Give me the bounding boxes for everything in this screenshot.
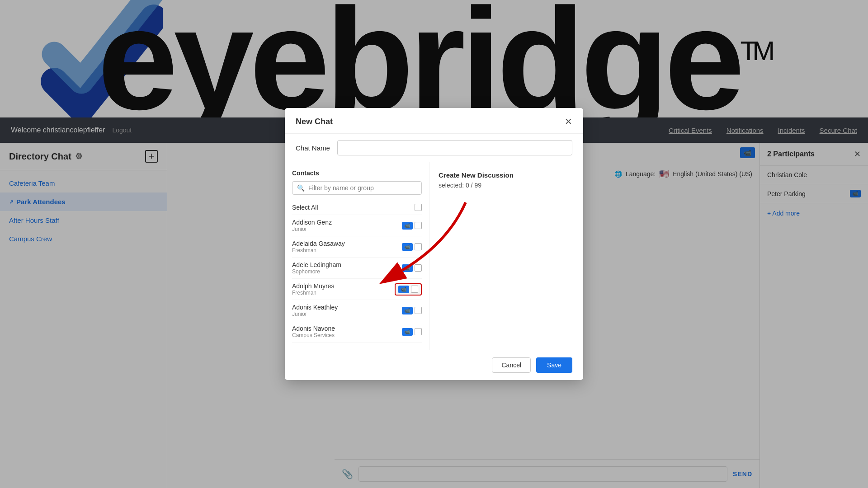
contact-name: Adonis Keathley [292,304,398,311]
modal-close-button[interactable]: ✕ [565,116,572,127]
discussion-title: Create New Discussion [439,171,574,179]
contact-item-adonis-keathley: Adonis Keathley Junior 📹 [292,300,422,321]
modal-header: New Chat ✕ [285,108,583,134]
chat-name-input[interactable] [337,140,572,155]
modal-title: New Chat [296,117,333,127]
new-chat-modal: New Chat ✕ Chat Name Contacts 🔍 Select A… [285,108,583,380]
contacts-title: Contacts [292,169,422,177]
modal-footer: Cancel Save [285,350,583,380]
search-input[interactable] [308,184,417,192]
contact-icons: 📹 [402,328,422,336]
save-button[interactable]: Save [536,357,572,373]
contact-checkbox[interactable] [415,307,422,314]
search-box: 🔍 [292,181,422,195]
video-icon[interactable]: 📹 [402,307,413,314]
contact-icons: 📹 [402,307,422,314]
arrow-annotation [366,198,484,288]
select-all-label: Select All [292,204,318,211]
contact-info: Adonis Keathley Junior [292,304,398,317]
chat-name-label: Chat Name [296,144,330,152]
search-icon: 🔍 [297,184,305,192]
modal-overlay: New Chat ✕ Chat Name Contacts 🔍 Select A… [0,0,868,488]
contact-role: Freshman [292,290,391,296]
contact-role: Campus Services [292,332,398,338]
modal-body: Contacts 🔍 Select All Addison Genz Junio… [285,162,583,350]
contact-info: Adonis Navone Campus Services [292,325,398,338]
discussion-selected: selected: 0 / 99 [439,182,574,189]
contact-checkbox[interactable] [415,328,422,335]
cancel-button[interactable]: Cancel [492,357,531,373]
video-icon[interactable]: 📹 [402,328,413,336]
annotation-area [439,189,574,341]
discussion-pane: Create New Discussion selected: 0 / 99 [429,162,583,350]
chat-name-row: Chat Name [285,134,583,162]
contact-role: Junior [292,311,398,317]
contact-item-adonis-navone: Adonis Navone Campus Services 📹 [292,321,422,343]
contact-name: Adonis Navone [292,325,398,332]
